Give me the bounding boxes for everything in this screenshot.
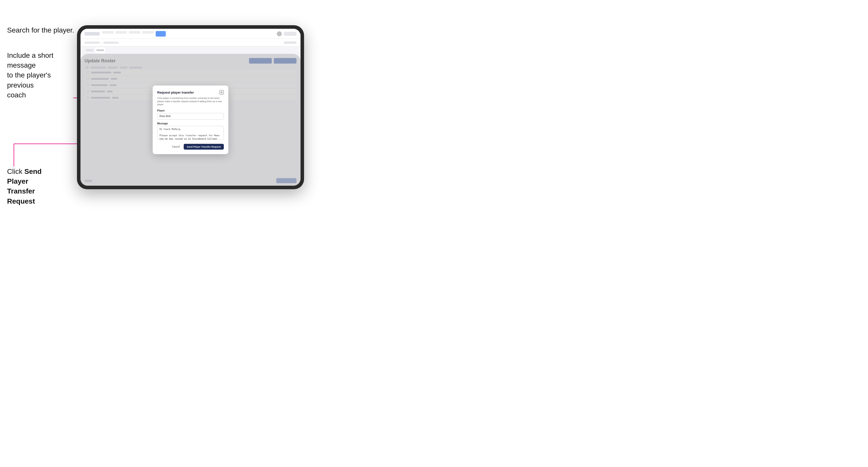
app-header xyxy=(81,29,301,39)
modal-description: If the player is transferring from anoth… xyxy=(157,97,224,106)
nav-item-roster-active xyxy=(156,31,166,37)
nav-item-athletes xyxy=(129,31,140,34)
app-logo xyxy=(85,32,100,36)
app-header-right xyxy=(277,31,297,36)
message-textarea[interactable]: Hi Coach McHarg, Please accept this tran… xyxy=(157,126,224,140)
tab-item-stats xyxy=(95,48,105,53)
annotation-search: Search for the player. xyxy=(7,25,74,35)
send-transfer-request-button[interactable]: Send Player Transfer Request xyxy=(184,144,224,150)
annotation-click: Click Send Player Transfer Request xyxy=(7,166,63,206)
breadcrumb-item-2 xyxy=(103,42,119,44)
app-nav-items xyxy=(102,31,274,37)
page-content: Update Roster xyxy=(81,54,301,186)
user-avatar xyxy=(277,31,282,36)
cancel-button[interactable]: Cancel xyxy=(170,144,182,149)
tab-item-roster xyxy=(85,48,95,53)
tablet-device: › Update Roster xyxy=(77,25,304,189)
message-field-label: Message xyxy=(157,122,224,125)
modal-overlay: Request player transfer × If the player … xyxy=(81,54,301,186)
modal-close-button[interactable]: × xyxy=(219,90,224,95)
player-input[interactable] xyxy=(157,113,224,120)
breadcrumb-item-1 xyxy=(85,42,100,44)
breadcrumb-right xyxy=(284,41,297,44)
nav-item-gamelog xyxy=(142,31,154,34)
breadcrumb-sep: › xyxy=(101,41,102,44)
nav-item-tournaments xyxy=(102,31,114,34)
tab-item-stats-label xyxy=(96,49,104,51)
breadcrumb-row: › xyxy=(81,39,301,46)
annotation-message: Include a short message to the player's … xyxy=(7,51,73,100)
tab-row xyxy=(81,46,301,54)
modal-footer: Cancel Send Player Transfer Request xyxy=(157,144,224,150)
account-btn xyxy=(284,32,297,36)
modal-box: Request player transfer × If the player … xyxy=(153,86,228,154)
tab-item-roster-label xyxy=(86,49,93,51)
tablet-screen: › Update Roster xyxy=(81,29,301,186)
modal-title: Request player transfer xyxy=(157,91,194,94)
modal-header: Request player transfer × xyxy=(157,90,224,95)
player-field-label: Player xyxy=(157,109,224,112)
nav-item-teams xyxy=(116,31,127,34)
